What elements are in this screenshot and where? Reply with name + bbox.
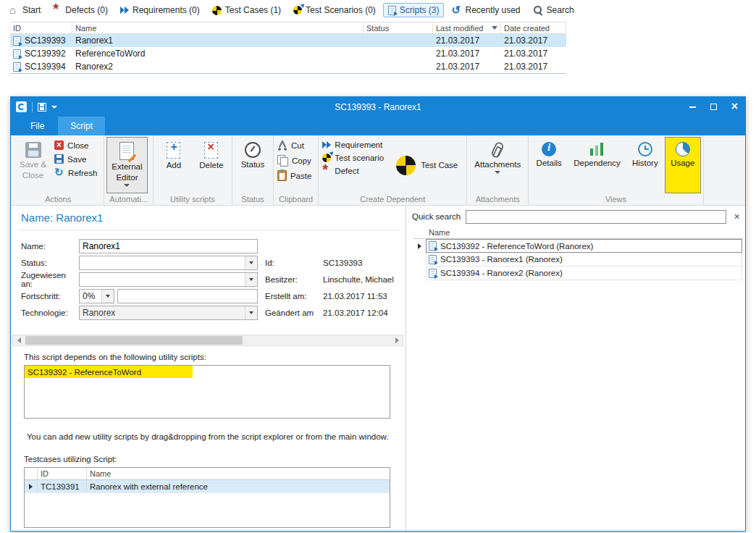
tab-search[interactable]: Search bbox=[528, 3, 579, 17]
tab-start[interactable]: Start bbox=[4, 3, 46, 17]
cell-last-modified: 21.03.2017 bbox=[433, 60, 501, 73]
refresh-icon bbox=[54, 168, 64, 177]
list-item[interactable]: SC139394 - Ranorex2 (Ranorex) bbox=[426, 266, 742, 280]
chevron-down-icon[interactable] bbox=[245, 273, 257, 286]
close-window-button[interactable]: × bbox=[724, 97, 745, 117]
button-label: Defect bbox=[335, 167, 358, 175]
tab-requirements[interactable]: Requirements (0) bbox=[115, 3, 205, 17]
maximize-button[interactable] bbox=[703, 97, 724, 117]
table-row[interactable]: SC139392 ReferenceToWord 21.03.2017 21.0… bbox=[10, 47, 566, 60]
chevron-down-icon bbox=[245, 306, 257, 319]
column-header-id[interactable]: ID bbox=[38, 468, 87, 479]
requirement-icon bbox=[322, 141, 331, 148]
name-field[interactable] bbox=[79, 239, 258, 253]
column-header-name[interactable]: Name bbox=[87, 468, 390, 479]
quick-search-close-button[interactable]: × bbox=[731, 211, 742, 222]
cell-text: 21.03.2017 bbox=[436, 35, 479, 46]
group-body: Save & Close Close Save Refresh bbox=[14, 137, 101, 193]
tab-defects[interactable]: Defects (0) bbox=[48, 3, 113, 17]
tab-script[interactable]: Script bbox=[58, 117, 105, 135]
chevron-down-icon[interactable] bbox=[51, 106, 57, 109]
tab-scripts[interactable]: Scripts (3) bbox=[383, 3, 445, 17]
cell-text: 21.03.2017 bbox=[504, 49, 547, 59]
assigned-dropdown[interactable] bbox=[79, 272, 258, 287]
save-icon bbox=[54, 154, 64, 164]
refresh-button[interactable]: Refresh bbox=[53, 167, 101, 178]
delete-utility-script-button[interactable]: Delete bbox=[193, 137, 230, 193]
progress-dropdown[interactable]: 0% bbox=[79, 289, 114, 303]
table-row[interactable]: SC139394 Ranorex2 21.03.2017 21.03.2017 bbox=[10, 60, 566, 73]
info-icon bbox=[542, 142, 556, 156]
tab-label: Search bbox=[547, 5, 574, 15]
cut-icon bbox=[277, 140, 287, 151]
cell-id: SC139394 bbox=[10, 60, 72, 73]
status-button[interactable]: Status bbox=[235, 137, 271, 193]
scrollbar-thumb[interactable] bbox=[25, 336, 243, 345]
column-header-name[interactable]: Name bbox=[426, 227, 742, 239]
dependency-view-button[interactable]: Dependency bbox=[568, 137, 626, 193]
close-button[interactable]: Close bbox=[53, 140, 101, 151]
paste-button[interactable]: Paste bbox=[276, 169, 316, 182]
table-row[interactable]: SC139393 Ranorex1 21.03.2017 21.03.2017 bbox=[10, 34, 566, 47]
attachments-button[interactable]: Attachments bbox=[469, 137, 526, 193]
tab-recently-used[interactable]: Recently used bbox=[446, 3, 525, 17]
dependency-item[interactable]: SC139392 - ReferenceToWord bbox=[25, 366, 193, 378]
create-test-case-button[interactable]: Test Case bbox=[390, 137, 464, 193]
owner-label: Besitzer: bbox=[265, 275, 323, 284]
create-test-scenario-button[interactable]: Test scenario bbox=[321, 153, 388, 163]
row-indicator bbox=[413, 253, 426, 266]
tab-test-scenarios[interactable]: Test Scenarios (0) bbox=[288, 3, 381, 17]
chevron-down-icon[interactable] bbox=[101, 290, 114, 303]
dependencies-list[interactable]: SC139392 - ReferenceToWord bbox=[24, 365, 390, 419]
tab-label: Requirements (0) bbox=[133, 5, 200, 15]
save-and-close-button[interactable]: Save & Close bbox=[14, 137, 51, 193]
external-editor-button[interactable]: External Editor bbox=[106, 137, 147, 193]
tab-test-cases[interactable]: Test Cases (1) bbox=[207, 3, 286, 17]
save-button[interactable]: Save bbox=[53, 154, 101, 164]
minimize-button[interactable] bbox=[682, 97, 703, 117]
ribbon-group-clipboard: Cut Copy Paste Clipboard bbox=[274, 135, 319, 205]
cell-text: ReferenceToWord bbox=[75, 49, 146, 59]
history-view-button[interactable]: History bbox=[627, 137, 663, 193]
technology-dropdown[interactable]: Ranorex bbox=[79, 306, 258, 320]
column-header-date-created[interactable]: Date created bbox=[501, 22, 566, 33]
requirement-icon bbox=[120, 7, 129, 14]
quick-search-input[interactable] bbox=[466, 210, 726, 224]
table-row[interactable]: TC139391 Ranorex with external reference bbox=[25, 480, 390, 493]
column-header-id[interactable]: ID bbox=[10, 22, 72, 33]
usage-tree: Name SC139392 - ReferenceToWord (Ranorex… bbox=[413, 227, 742, 280]
title-bar[interactable]: SC139393 - Ranorex1 × bbox=[11, 97, 745, 117]
create-dependent-buttons: Requirement Test scenario Defect bbox=[321, 137, 388, 193]
usage-view-button[interactable]: Usage bbox=[665, 137, 701, 193]
scroll-left-button[interactable] bbox=[13, 335, 25, 345]
cut-button[interactable]: Cut bbox=[276, 140, 316, 151]
copy-button[interactable]: Copy bbox=[276, 154, 316, 167]
column-header-last-modified[interactable]: Last modified bbox=[433, 22, 501, 33]
button-label: Details bbox=[537, 159, 562, 167]
row-indicator bbox=[413, 266, 426, 280]
sort-arrow-icon[interactable] bbox=[492, 26, 497, 30]
quick-save-icon[interactable] bbox=[38, 103, 46, 112]
button-label: Delete bbox=[199, 161, 223, 169]
progress-field[interactable] bbox=[117, 289, 258, 303]
defect-icon bbox=[322, 167, 331, 175]
status-dropdown[interactable] bbox=[79, 256, 258, 270]
list-item[interactable]: SC139393 - Ranorex1 (Ranorex) bbox=[426, 253, 742, 266]
column-header-name[interactable]: Name bbox=[72, 22, 364, 33]
horizontal-scrollbar[interactable] bbox=[12, 335, 403, 346]
details-view-button[interactable]: Details bbox=[531, 137, 567, 193]
column-header-status[interactable]: Status bbox=[364, 22, 433, 33]
list-item[interactable]: SC139392 - ReferenceToWord (Ranorex) bbox=[426, 239, 742, 253]
tab-file[interactable]: File bbox=[18, 117, 56, 135]
add-utility-script-button[interactable]: Add bbox=[156, 137, 192, 193]
cell-text: TC139391 bbox=[41, 482, 80, 491]
script-icon bbox=[13, 62, 21, 72]
separator bbox=[32, 102, 33, 112]
form-row-assigned: Zugewiesen an: Besitzer: Linschulte, Mic… bbox=[21, 271, 403, 288]
chevron-down-icon[interactable] bbox=[245, 256, 257, 269]
create-defect-button[interactable]: Defect bbox=[321, 166, 388, 176]
button-label: Cut bbox=[291, 141, 304, 150]
testcases-table-header: ID Name bbox=[25, 468, 390, 480]
scroll-right-button[interactable] bbox=[391, 335, 403, 345]
create-requirement-button[interactable]: Requirement bbox=[321, 140, 388, 150]
